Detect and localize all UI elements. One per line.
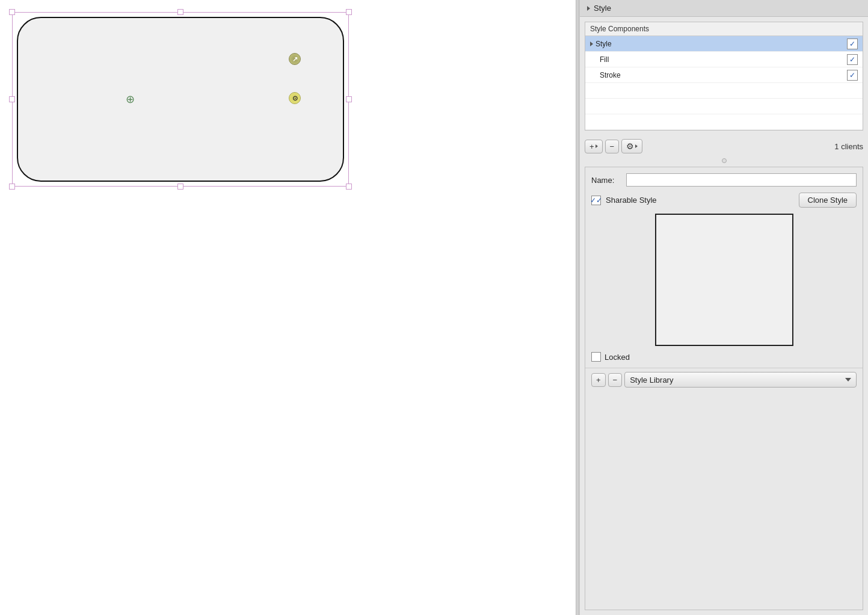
handle-top-mid[interactable] [177, 9, 183, 15]
table-row-fill[interactable]: Fill [585, 52, 863, 67]
handle-bot-mid[interactable] [177, 184, 183, 190]
name-label: Name: [591, 176, 621, 185]
add-style-button[interactable]: + [591, 373, 606, 387]
locked-row: Locked [591, 352, 857, 362]
style-library-dropdown[interactable]: Style Library [624, 372, 857, 388]
shape-link-icon-1: ↗ [289, 53, 301, 65]
row-checkbox-fill[interactable] [847, 54, 858, 65]
handle-mid-left[interactable] [9, 96, 15, 102]
style-section-title: Style [594, 4, 611, 13]
table-header-row: Style Components [585, 22, 863, 36]
gear-dropdown-icon [635, 144, 638, 148]
clone-style-button[interactable]: Clone Style [799, 193, 857, 208]
locked-checkbox[interactable] [591, 352, 601, 362]
style-section-header: Style [580, 0, 868, 17]
table-row-style[interactable]: Style [585, 36, 863, 52]
clients-count: 1 clients [834, 142, 863, 151]
handle-bot-right[interactable] [346, 184, 352, 190]
gear-icon: ⚙ [626, 141, 634, 151]
sharable-checkbox[interactable]: ✓ [591, 196, 601, 205]
handle-top-left[interactable] [9, 9, 15, 15]
table-header-name: Style Components [590, 25, 822, 33]
canvas-area: ⊕ ↗ ⊙ [0, 0, 576, 615]
remove-style-button[interactable]: − [608, 373, 623, 387]
style-library-label: Style Library [630, 375, 673, 385]
crosshair-icon: ⊕ [123, 93, 137, 106]
bottom-toolbar: + − Style Library [585, 368, 863, 391]
sharable-row: ✓ Sharable Style Clone Style [591, 193, 857, 208]
handle-top-right[interactable] [346, 9, 352, 15]
separator-row [580, 157, 868, 164]
style-details-panel: Name: ✓ Sharable Style Clone Style Locke… [585, 167, 863, 610]
canvas-content: ⊕ ↗ ⊙ [0, 0, 576, 615]
separator-dot [722, 158, 727, 163]
gear-button[interactable]: ⚙ [621, 139, 642, 153]
handle-mid-right[interactable] [346, 96, 352, 102]
shape-link-icon-2: ⊙ [289, 92, 301, 104]
remove-component-button[interactable]: − [605, 140, 620, 153]
right-panel: Style Style Components Style Fill [579, 0, 868, 615]
row-label-stroke: Stroke [600, 71, 847, 79]
name-input[interactable] [626, 173, 857, 187]
style-components-table: Style Components Style Fill Stroke [585, 22, 863, 131]
table-empty-row-3 [585, 114, 863, 130]
row-checkbox-stroke[interactable] [847, 70, 858, 81]
locked-label: Locked [605, 353, 630, 362]
handle-bot-left[interactable] [9, 184, 15, 190]
add-component-button[interactable]: + [585, 140, 603, 153]
table-row-stroke[interactable]: Stroke [585, 67, 863, 83]
table-header-check1 [822, 25, 840, 33]
row-expand-icon[interactable] [590, 42, 593, 46]
table-header-check2 [840, 25, 858, 33]
table-empty-row-2 [585, 99, 863, 114]
triangle-collapse-icon[interactable] [587, 6, 590, 11]
table-empty-row-1 [585, 83, 863, 99]
row-label-style: Style [596, 40, 847, 48]
name-row: Name: [591, 173, 857, 187]
row-checkbox-style[interactable] [847, 39, 858, 49]
style-preview-box [655, 214, 793, 346]
add-dropdown-icon [596, 144, 598, 148]
sharable-label: Sharable Style [606, 196, 794, 205]
row-label-fill: Fill [600, 55, 847, 64]
dropdown-arrow-icon [845, 378, 851, 382]
shape-container[interactable]: ⊕ ↗ ⊙ [12, 12, 349, 187]
style-components-section: Style Components Style Fill Stroke [585, 22, 863, 131]
components-toolbar: + − ⚙ 1 clients [580, 135, 868, 157]
